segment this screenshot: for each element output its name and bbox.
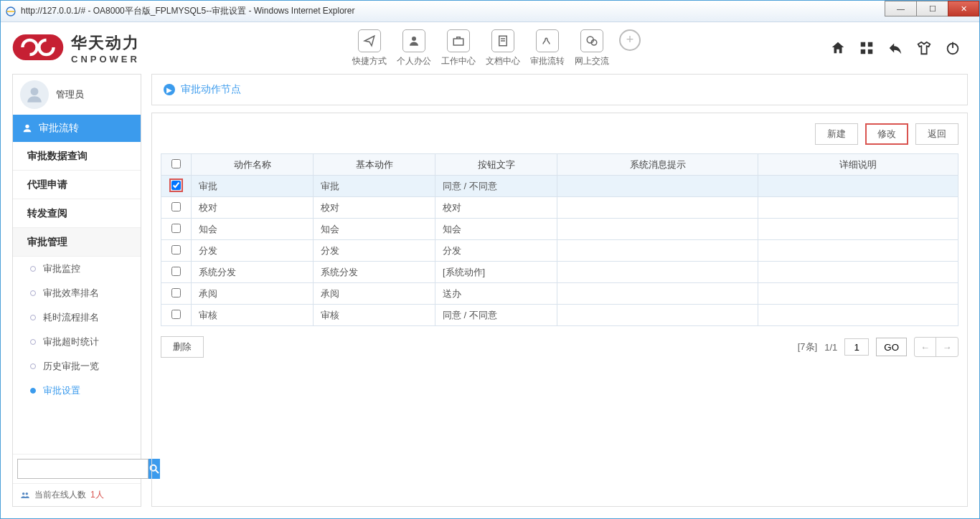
row-checkbox[interactable] xyxy=(171,224,181,233)
dot-icon xyxy=(30,315,36,320)
sidebar-item[interactable]: 转发查阅 xyxy=(13,199,141,228)
row-checkbox[interactable] xyxy=(171,288,181,297)
user-icon xyxy=(22,123,33,134)
sidebar-sub[interactable]: 历史审批一览 xyxy=(13,354,141,378)
cell: 同意 / 不同意 xyxy=(435,176,557,197)
table-row[interactable]: 分发分发分发 xyxy=(161,240,958,262)
cell xyxy=(557,262,758,283)
plus-icon: + xyxy=(619,29,641,51)
pager-next[interactable]: → xyxy=(936,338,958,356)
main-panel: 新建 修改 返回 动作名称基本动作按钮文字系统消息提示详细说明 审批审批同意 /… xyxy=(151,113,968,507)
panel-title: 审批动作节点 xyxy=(181,83,241,96)
delete-button[interactable]: 删除 xyxy=(161,336,204,358)
pager-prev[interactable]: ← xyxy=(915,338,936,356)
row-checkbox[interactable] xyxy=(171,181,181,190)
pager-go[interactable]: GO xyxy=(876,338,907,356)
cell: [系统动作] xyxy=(435,262,557,283)
svg-point-16 xyxy=(25,125,29,128)
sidebar-header[interactable]: 审批流转 xyxy=(13,115,141,142)
dot-icon xyxy=(30,266,36,272)
table-row[interactable]: 审核审核同意 / 不同意 xyxy=(161,305,958,326)
power-icon[interactable] xyxy=(945,40,961,56)
col-header: 动作名称 xyxy=(192,154,314,176)
cell: 知会 xyxy=(435,219,557,240)
tool-doc[interactable]: 文档中心 xyxy=(486,29,520,67)
sidebar: 管理员 审批流转 审批数据查询代理申请转发查阅审批管理 审批监控审批效率排名耗时… xyxy=(12,74,141,507)
row-checkbox[interactable] xyxy=(171,202,181,211)
sidebar-item[interactable]: 审批数据查询 xyxy=(13,142,141,171)
cell: 系统分发 xyxy=(314,262,435,283)
cell: 校对 xyxy=(192,197,314,219)
home-icon[interactable] xyxy=(830,40,846,56)
ie-icon xyxy=(5,6,17,17)
chat-icon xyxy=(580,29,603,52)
sidebar-sub[interactable]: 审批超时统计 xyxy=(13,330,141,354)
window-maximize[interactable]: ☐ xyxy=(916,1,948,16)
logo: 华天动力 CNPOWER xyxy=(12,32,163,65)
pager: [7条] 1/1 GO ← → xyxy=(798,337,958,357)
row-checkbox[interactable] xyxy=(171,245,181,254)
reply-icon[interactable] xyxy=(887,40,903,56)
cell xyxy=(758,197,958,219)
window-minimize[interactable]: — xyxy=(885,1,916,16)
window-titlebar: http://127.0.0.1/# - OA8000平台版_FPLMYSQL5… xyxy=(1,1,979,22)
cell: 分发 xyxy=(192,240,314,262)
shirt-icon[interactable] xyxy=(916,40,932,56)
online-count: 1人 xyxy=(90,489,104,501)
tool-send[interactable]: 快捷方式 xyxy=(352,29,387,67)
row-checkbox[interactable] xyxy=(171,267,181,276)
dot-icon xyxy=(30,339,36,345)
new-button[interactable]: 新建 xyxy=(815,123,858,145)
sidebar-sub[interactable]: 耗时流程排名 xyxy=(13,305,141,330)
cell xyxy=(758,240,958,262)
svg-rect-12 xyxy=(868,49,872,54)
svg-point-19 xyxy=(22,492,25,495)
tool-person[interactable]: 个人办公 xyxy=(397,29,431,67)
table-row[interactable]: 校对校对校对 xyxy=(161,197,958,219)
dot-icon xyxy=(30,363,36,369)
cell: 送办 xyxy=(435,283,557,305)
cell xyxy=(557,305,758,326)
sidebar-item[interactable]: 代理申请 xyxy=(13,171,141,199)
row-checkbox[interactable] xyxy=(171,310,181,319)
tool-chat[interactable]: 网上交流 xyxy=(575,29,609,67)
sidebar-sub[interactable]: 审批监控 xyxy=(13,257,141,281)
dot-icon xyxy=(30,290,36,296)
logo-mark xyxy=(12,34,64,63)
window-close[interactable]: ✕ xyxy=(948,1,979,16)
table-row[interactable]: 系统分发系统分发[系统动作] xyxy=(161,262,958,283)
table-row[interactable]: 审批审批同意 / 不同意 xyxy=(161,176,958,197)
back-button[interactable]: 返回 xyxy=(915,123,958,145)
cell: 审核 xyxy=(192,305,314,326)
table-row[interactable]: 知会知会知会 xyxy=(161,219,958,240)
cell xyxy=(758,219,958,240)
tool-briefcase[interactable]: 工作中心 xyxy=(441,29,476,67)
user-box: 管理员 xyxy=(13,75,141,115)
search-input[interactable] xyxy=(17,459,149,479)
cell xyxy=(557,197,758,219)
panel-header-bar: ▶ 审批动作节点 xyxy=(151,74,968,105)
online-status: 当前在线人数 1人 xyxy=(13,483,141,506)
pager-input[interactable] xyxy=(844,338,869,356)
sidebar-sub[interactable]: 审批设置 xyxy=(13,378,141,403)
cell: 同意 / 不同意 xyxy=(435,305,557,326)
cell: 校对 xyxy=(314,197,435,219)
cell xyxy=(557,219,758,240)
apps-icon[interactable] xyxy=(859,40,875,56)
person-icon xyxy=(402,29,425,52)
cell: 承阅 xyxy=(192,283,314,305)
cell: 分发 xyxy=(314,240,435,262)
user-name: 管理员 xyxy=(56,88,84,101)
data-table: 动作名称基本动作按钮文字系统消息提示详细说明 审批审批同意 / 不同意校对校对校… xyxy=(161,153,958,326)
tool-flow[interactable]: 审批流转 xyxy=(530,29,565,67)
tool-add[interactable]: + xyxy=(619,29,641,67)
svg-point-15 xyxy=(31,87,39,95)
sidebar-sub[interactable]: 审批效率排名 xyxy=(13,281,141,305)
svg-rect-11 xyxy=(861,49,865,54)
table-row[interactable]: 承阅承阅送办 xyxy=(161,283,958,305)
logo-text-en: CNPOWER xyxy=(71,54,140,65)
edit-button[interactable]: 修改 xyxy=(865,123,908,145)
cell: 分发 xyxy=(435,240,557,262)
select-all-checkbox[interactable] xyxy=(171,159,181,168)
sidebar-item[interactable]: 审批管理 xyxy=(13,228,141,257)
